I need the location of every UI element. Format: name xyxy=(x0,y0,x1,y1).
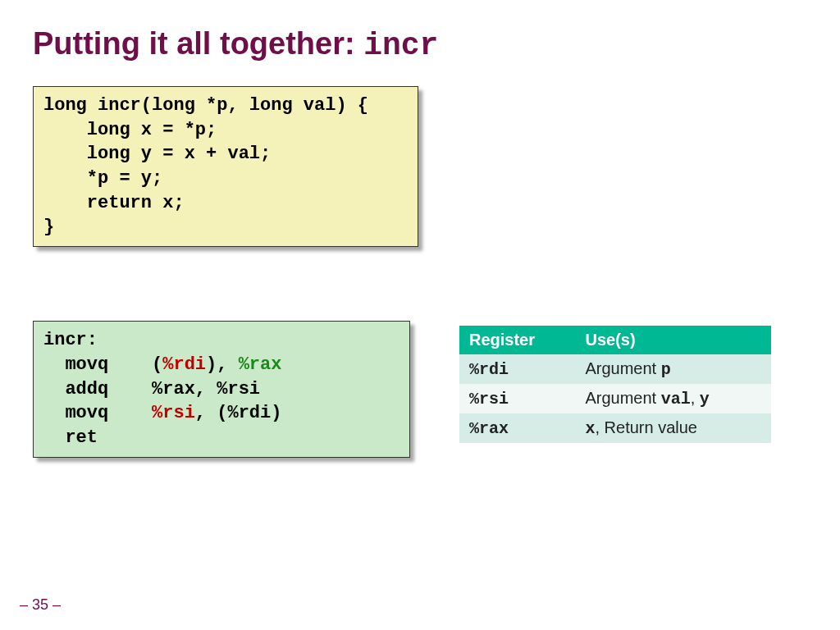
title-mono: incr xyxy=(363,28,438,63)
asm-code-block: incr: movq (%rdi), %rax addq %rax, %rsi … xyxy=(33,321,410,457)
register-table: Register Use(s) %rdi Argument p %rsi Arg… xyxy=(459,326,771,443)
th-uses: Use(s) xyxy=(575,326,771,354)
title-text: Putting it all together: xyxy=(33,26,363,61)
c-code-block: long incr(long *p, long val) { long x = … xyxy=(33,86,418,247)
table-row: %rdi Argument p xyxy=(459,354,771,384)
asm-row: incr: movq (%rdi), %rax addq %rax, %rsi … xyxy=(33,321,807,457)
table-row: %rsi Argument val, y xyxy=(459,384,771,413)
page-number: – 35 – xyxy=(20,596,61,614)
slide-title: Putting it all together: incr xyxy=(33,26,807,63)
th-register: Register xyxy=(459,326,575,354)
table-row: %rax x, Return value xyxy=(459,413,771,443)
